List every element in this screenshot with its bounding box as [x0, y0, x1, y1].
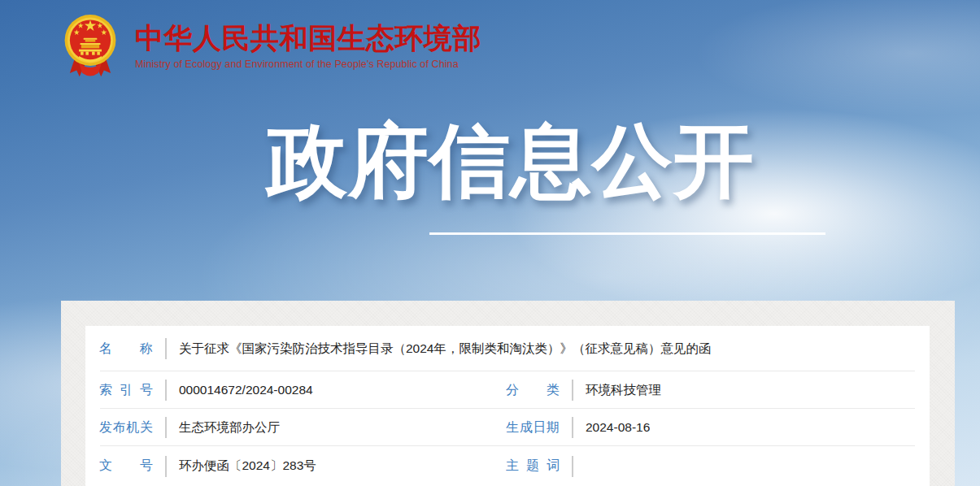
cell-date-generated: 生成日期 2024-08-16	[504, 417, 930, 438]
subject-words-label: 主题词	[506, 458, 560, 475]
index-no-value: 000014672/2024-00284	[179, 383, 313, 397]
title-underline	[429, 232, 825, 235]
cell-issuing-agency: 发布机关 生态环境部办公厅	[85, 417, 504, 438]
label-divider	[572, 456, 573, 477]
row-index-category: 索引号 000014672/2024-00284 分类 环境科技管理	[85, 371, 930, 409]
label-divider	[165, 456, 167, 477]
content-wrapper: 名称 关于征求《国家污染防治技术指导目录（2024年，限制类和淘汰类）》（征求意…	[61, 301, 955, 486]
row-name: 名称 关于征求《国家污染防治技术指导目录（2024年，限制类和淘汰类）》（征求意…	[85, 326, 930, 371]
date-generated-value: 2024-08-16	[586, 420, 650, 435]
national-emblem-icon	[62, 13, 119, 85]
label-divider	[165, 380, 167, 401]
category-label: 分类	[506, 382, 560, 399]
site-logo-link[interactable]: 中华人民共和国生态环境部 Ministry of Ecology and Env…	[62, 13, 481, 85]
category-value: 环境科技管理	[586, 382, 661, 399]
page-title: 政府信息公开	[259, 119, 763, 203]
row-agency-date: 发布机关 生态环境部办公厅 生成日期 2024-08-16	[85, 409, 930, 446]
label-divider	[165, 338, 167, 359]
cell-name: 名称 关于征求《国家污染防治技术指导目录（2024年，限制类和淘汰类）》（征求意…	[85, 338, 930, 359]
doc-number-value: 环办便函〔2024〕283号	[179, 458, 316, 475]
name-value: 关于征求《国家污染防治技术指导目录（2024年，限制类和淘汰类）》（征求意见稿）…	[179, 341, 711, 358]
doc-number-label: 文号	[99, 458, 153, 475]
ministry-title-cn: 中华人民共和国生态环境部	[135, 23, 481, 54]
label-divider	[572, 380, 573, 401]
issuing-agency-value: 生态环境部办公厅	[179, 419, 280, 436]
cell-subject-words: 主题词	[504, 456, 930, 477]
header-text: 中华人民共和国生态环境部 Ministry of Ecology and Env…	[135, 13, 481, 70]
label-divider	[165, 417, 167, 438]
issuing-agency-label: 发布机关	[99, 419, 153, 436]
ministry-subtitle-en: Ministry of Ecology and Environment of t…	[135, 59, 481, 70]
label-divider	[572, 417, 573, 438]
cell-index-no: 索引号 000014672/2024-00284	[85, 380, 504, 401]
row-docnumber-subject: 文号 环办便函〔2024〕283号 主题词	[85, 446, 930, 486]
document-info-card: 名称 关于征求《国家污染防治技术指导目录（2024年，限制类和淘汰类）》（征求意…	[85, 326, 930, 486]
index-no-label: 索引号	[99, 382, 153, 399]
cell-doc-number: 文号 环办便函〔2024〕283号	[85, 456, 504, 477]
date-generated-label: 生成日期	[506, 419, 560, 436]
page: 中华人民共和国生态环境部 Ministry of Ecology and Env…	[0, 0, 980, 486]
cell-category: 分类 环境科技管理	[504, 380, 930, 401]
name-label: 名称	[99, 341, 153, 358]
